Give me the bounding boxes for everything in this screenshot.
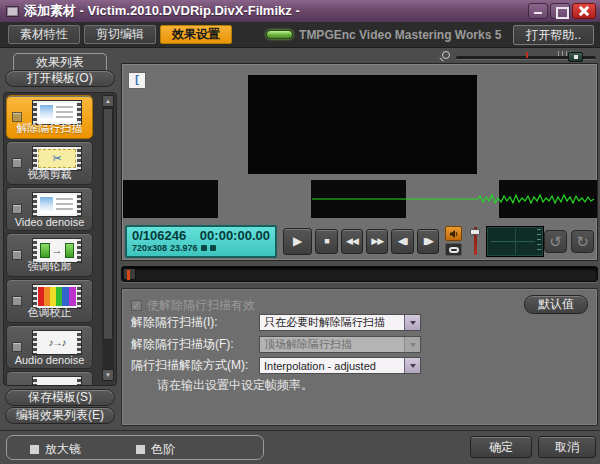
audio-waveform xyxy=(122,180,597,218)
effect-list: 解除隔行扫描 ✂ 视频剪裁 Video denoise → 强调轮廓 色调校正 xyxy=(3,92,117,386)
tab-bar: 素材特性 剪切编辑 效果设置 TMPGEnc Video Mastering W… xyxy=(0,22,600,48)
volume-slider[interactable] xyxy=(469,225,478,257)
selected-option: Interpolation - adjusted xyxy=(260,360,404,372)
resolution: 720x308 xyxy=(132,243,167,253)
fast-forward-button[interactable]: ▶▶ xyxy=(366,229,388,254)
deinterlace-mode-select[interactable]: 只在必要时解除隔行扫描 xyxy=(259,314,421,331)
seek-handle[interactable] xyxy=(123,268,136,280)
tab-effect-settings[interactable]: 效果设置 xyxy=(160,25,232,44)
open-template-button[interactable]: 打开模板(O) xyxy=(5,70,115,87)
timecode: 00:00:00.00 xyxy=(200,228,270,243)
volume-knob[interactable] xyxy=(470,229,480,235)
effect-checkbox-video-denoise[interactable] xyxy=(12,204,22,214)
step-back-button[interactable]: ◀▮ xyxy=(391,229,413,254)
preview-viewer: [ 0/106246 00:00:00.00 720x308 23.976 xyxy=(121,63,598,261)
preview-zoom-row xyxy=(440,51,598,63)
meter-scale xyxy=(537,229,541,254)
chevron-down-icon[interactable] xyxy=(404,315,420,330)
framerate: 23.976 xyxy=(170,243,198,253)
deinterlace-method-row: 隔行扫描解除方式(M): Interpolation - adjusted xyxy=(131,357,421,374)
app-icon xyxy=(6,6,19,17)
deinterlace-field-row: 解除隔行扫描场(F): 顶场解除隔行扫描 xyxy=(131,336,421,353)
effect-list-scrollbar[interactable]: ▲ ▼ xyxy=(102,95,114,381)
zoom-slider-knob[interactable] xyxy=(568,52,583,62)
effect-label: 解除隔行扫描 xyxy=(7,121,92,136)
framerate-note: 请在输出设置中设定帧频率。 xyxy=(157,377,313,394)
deinterlace-mode-label: 解除隔行扫描(I): xyxy=(131,314,259,331)
effect-list-header: 效果列表 xyxy=(13,53,107,70)
levels-label: 色阶 xyxy=(151,441,175,458)
ok-button[interactable]: 确定 xyxy=(470,436,532,458)
comment-bracket-button[interactable]: [ xyxy=(128,72,146,89)
scrollbar-thumb[interactable] xyxy=(103,108,113,340)
effect-item-deinterlace[interactable]: 解除隔行扫描 xyxy=(6,95,93,139)
deinterlace-settings-panel: ✓ 使解除隔行扫描有效 默认值 解除隔行扫描(I): 只在必要时解除隔行扫描 解… xyxy=(121,288,598,426)
frame-counter: 0/106246 xyxy=(132,228,186,243)
tab-cut-edit[interactable]: 剪切编辑 xyxy=(84,25,156,44)
audio-level-meter xyxy=(486,226,544,257)
titlebar: 添加素材 - Victim.2010.DVDRip.DivX-Filmikz - xyxy=(0,0,600,22)
effect-label: Video denoise xyxy=(7,216,92,228)
preview-zoom-slider[interactable] xyxy=(456,56,596,59)
open-help-button[interactable]: 打开帮助.. xyxy=(513,25,594,45)
loop-playback-button[interactable] xyxy=(445,243,462,256)
stop-button[interactable]: ■ xyxy=(315,229,337,254)
tab-clip-properties[interactable]: 素材特性 xyxy=(8,25,80,44)
scroll-up-icon[interactable]: ▲ xyxy=(102,95,114,107)
window-title: 添加素材 - Victim.2010.DVDRip.DivX-Filmikz - xyxy=(24,2,300,20)
loop-icon xyxy=(449,247,459,253)
effect-item-contour[interactable]: → 强调轮廓 xyxy=(6,233,93,277)
magnifier-toggle[interactable]: 放大镜 xyxy=(29,441,81,458)
effect-label: 色调校正 xyxy=(7,305,92,320)
video-preview xyxy=(248,75,477,174)
minimize-button[interactable] xyxy=(528,3,548,19)
brand-text: TMPGEnc Video Mastering Works 5 xyxy=(299,28,501,42)
default-values-button[interactable]: 默认值 xyxy=(524,295,588,314)
film-icon xyxy=(32,376,82,386)
deinterlace-method-select[interactable]: Interpolation - adjusted xyxy=(259,357,421,374)
effect-checkbox-audio-denoise[interactable] xyxy=(12,342,22,352)
transport-bar: 0/106246 00:00:00.00 720x308 23.976 ▶ ■ … xyxy=(122,222,597,260)
maximize-button[interactable] xyxy=(550,3,570,19)
levels-checkbox[interactable] xyxy=(135,444,146,455)
effect-label: 强调轮廓 xyxy=(7,259,92,274)
levels-toggle[interactable]: 色阶 xyxy=(135,441,175,458)
selected-option: 只在必要时解除隔行扫描 xyxy=(260,315,404,330)
cancel-button[interactable]: 取消 xyxy=(538,436,596,458)
enable-filter-checkbox[interactable]: ✓ xyxy=(131,300,142,311)
zoom-center-tick xyxy=(526,52,528,58)
magnifier-icon xyxy=(442,51,450,59)
video-denoise-icon xyxy=(32,192,82,217)
play-button[interactable]: ▶ xyxy=(283,228,312,255)
brand-area: TMPGEnc Video Mastering Works 5 xyxy=(266,28,501,42)
effect-item-video-crop[interactable]: ✂ 视频剪裁 xyxy=(6,141,93,185)
deinterlace-field-select: 顶场解除隔行扫描 xyxy=(259,336,421,353)
deinterlace-field-label: 解除隔行扫描场(F): xyxy=(131,336,259,353)
mute-button[interactable] xyxy=(445,226,462,241)
step-forward-button[interactable]: ▮▶ xyxy=(417,229,439,254)
magnifier-checkbox[interactable] xyxy=(29,444,40,455)
close-button[interactable] xyxy=(572,3,596,19)
deinterlace-method-label: 隔行扫描解除方式(M): xyxy=(131,357,259,374)
scroll-down-icon[interactable]: ▼ xyxy=(102,369,114,381)
speaker-icon xyxy=(449,229,459,239)
effect-label: 视频剪裁 xyxy=(7,167,92,182)
rewind-button[interactable]: ◀◀ xyxy=(341,229,363,254)
effect-item-color-correct[interactable]: 色调校正 xyxy=(6,279,93,323)
audio-stream-icon xyxy=(210,245,216,251)
redo-button[interactable]: ↻ xyxy=(571,230,594,253)
filmstrip-timeline[interactable] xyxy=(122,180,597,218)
chevron-down-icon[interactable] xyxy=(404,358,420,373)
effect-item-audio-denoise[interactable]: ♪→♪ Audio denoise xyxy=(6,325,93,369)
effect-item-video-denoise[interactable]: Video denoise xyxy=(6,187,93,231)
magnifier-label: 放大镜 xyxy=(45,441,81,458)
selected-option: 顶场解除隔行扫描 xyxy=(260,337,404,352)
bottom-bar: 放大镜 色阶 确定 取消 xyxy=(0,430,600,464)
save-template-button[interactable]: 保存模板(S) xyxy=(5,389,115,406)
tmpgenc-logo-icon xyxy=(266,30,293,39)
undo-button[interactable]: ↺ xyxy=(544,230,567,253)
edit-effect-list-button[interactable]: 编辑效果列表(E) xyxy=(5,407,115,424)
deinterlace-mode-row: 解除隔行扫描(I): 只在必要时解除隔行扫描 xyxy=(131,314,421,331)
effect-item-partial[interactable] xyxy=(6,371,93,386)
seek-bar[interactable] xyxy=(121,266,598,282)
